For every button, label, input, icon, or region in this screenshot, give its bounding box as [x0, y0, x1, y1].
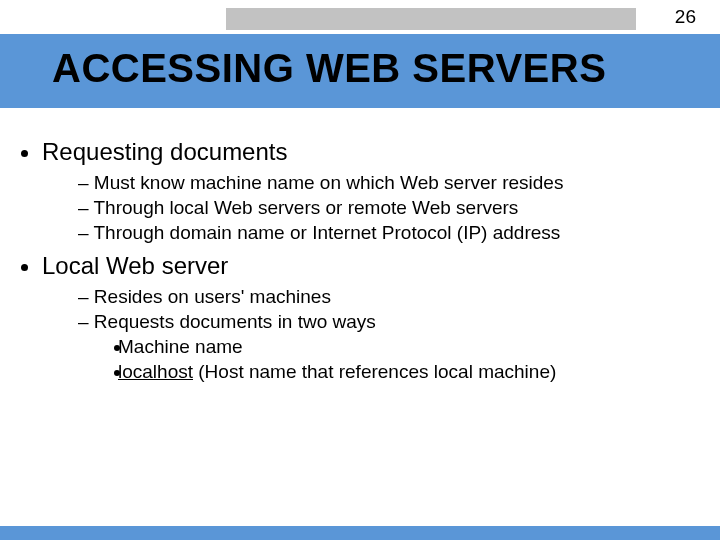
list-item: Machine name [132, 336, 700, 358]
list-item: Resides on users' machines [78, 286, 700, 308]
list-item: Requesting documents Must know machine n… [42, 138, 700, 244]
list-item-suffix: (Host name that references local machine… [193, 361, 556, 382]
list-item-text: Requests documents in two ways [94, 311, 376, 332]
underlined-term: localhost [118, 361, 193, 382]
bullet-list-level2: Resides on users' machines Requests docu… [42, 286, 700, 383]
bullet-list-level3: Machine name localhost (Host name that r… [92, 336, 700, 383]
section-heading: Requesting documents [42, 138, 287, 165]
slide-title: ACCESSING WEB SERVERS [52, 46, 606, 91]
slide: 26 ACCESSING WEB SERVERS Requesting docu… [0, 0, 720, 540]
bullet-list-level1: Requesting documents Must know machine n… [20, 138, 700, 383]
list-item: localhost (Host name that references loc… [132, 361, 700, 383]
section-heading: Local Web server [42, 252, 228, 279]
bullet-list-level2: Must know machine name on which Web serv… [42, 172, 700, 244]
slide-body: Requesting documents Must know machine n… [20, 130, 700, 391]
list-item: Requests documents in two ways Machine n… [78, 311, 700, 383]
decoration-grey-bar [226, 8, 636, 30]
list-item: Local Web server Resides on users' machi… [42, 252, 700, 383]
list-item: Through local Web servers or remote Web … [78, 197, 700, 219]
footer-bar [0, 526, 720, 540]
top-bar: 26 [0, 0, 720, 34]
page-number: 26 [675, 6, 696, 28]
list-item: Through domain name or Internet Protocol… [78, 222, 700, 244]
list-item: Must know machine name on which Web serv… [78, 172, 700, 194]
